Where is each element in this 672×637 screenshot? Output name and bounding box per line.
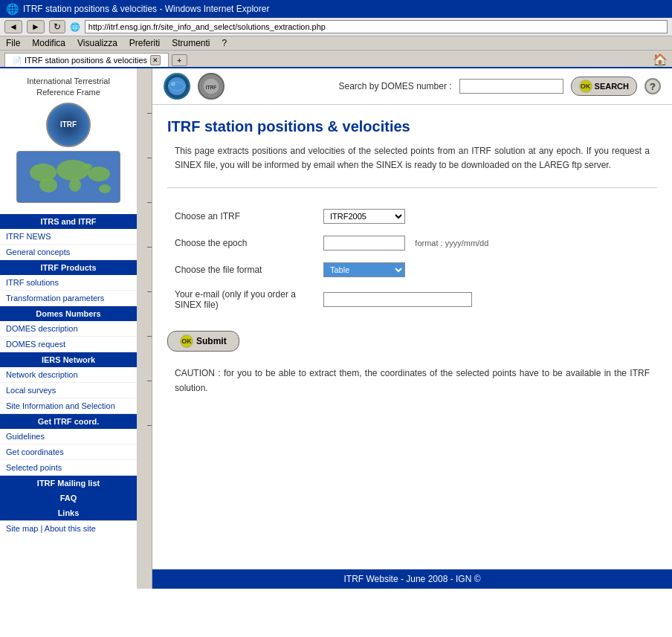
sidebar-item-domes-numbers[interactable]: Domes Numbers bbox=[0, 306, 137, 321]
sidebar-item-itrs-itrf[interactable]: ITRS and ITRF bbox=[0, 214, 137, 229]
svg-point-4 bbox=[69, 178, 81, 192]
itrf-logo-circle: ITRF bbox=[46, 103, 91, 147]
choose-itrf-field: ITRF2005 ITRF2000 ITRF97 ITRF96 ITRF94 bbox=[316, 203, 657, 230]
ruler-mark bbox=[147, 381, 152, 381]
svg-point-6 bbox=[99, 184, 111, 193]
ruler-mark bbox=[147, 336, 152, 337]
menu-bar: File Modifica Visualizza Preferiti Strum… bbox=[0, 36, 672, 51]
epoch-input[interactable] bbox=[323, 236, 405, 250]
email-field-cell bbox=[316, 283, 657, 316]
sidebar-item-mailing-list[interactable]: ITRF Mailing list bbox=[0, 476, 137, 491]
sidebar-label-selected-points: Selected points bbox=[6, 463, 62, 472]
address-label: 🌐 bbox=[70, 22, 80, 32]
sidebar-item-get-itrf-coord[interactable]: Get ITRF coord. bbox=[0, 414, 137, 429]
domes-search-input[interactable] bbox=[459, 79, 563, 94]
email-input[interactable] bbox=[323, 292, 472, 307]
about-link[interactable]: About this site bbox=[45, 524, 96, 533]
address-input[interactable] bbox=[85, 20, 668, 33]
content-area: ITRF Search by DOMES number : OK SEARCH … bbox=[138, 68, 672, 589]
title-bar: 🌐 ITRF station positions & velocities - … bbox=[0, 0, 672, 18]
ruler-mark bbox=[147, 113, 152, 114]
itrf-logo-text: ITRF bbox=[60, 120, 77, 129]
menu-visualizza[interactable]: Visualizza bbox=[77, 38, 117, 48]
ruler-mark bbox=[147, 158, 152, 158]
tab-favicon: 📄 bbox=[13, 56, 22, 65]
sidebar-item-itrf-news[interactable]: ITRF NEWS bbox=[0, 229, 137, 245]
sidebar-label-local-surveys: Local surveys bbox=[6, 386, 56, 395]
sidebar-label-domes-request: DOMES request bbox=[6, 340, 65, 349]
submit-area: OK Submit bbox=[167, 331, 657, 352]
search-button-label: SEARCH bbox=[595, 82, 629, 91]
svg-point-7 bbox=[83, 164, 92, 169]
sidebar-label-itrs-itrf: ITRS and ITRF bbox=[40, 217, 96, 226]
ign-logo bbox=[164, 73, 190, 100]
address-bar: ◄ ► ↻ 🌐 bbox=[0, 18, 672, 36]
sidebar-item-get-coordinates[interactable]: Get coordinates bbox=[0, 444, 137, 460]
sidebar-item-itrf-products[interactable]: ITRF Products bbox=[0, 260, 137, 275]
top-search-bar: ITRF Search by DOMES number : OK SEARCH … bbox=[152, 68, 672, 105]
sidebar-label-network-description: Network description bbox=[6, 370, 78, 379]
world-map-image bbox=[16, 151, 120, 203]
sidebar-item-itrf-solutions[interactable]: ITRF solutions bbox=[0, 275, 137, 291]
browser-tab[interactable]: 📄 ITRF station positions & velocities ✕ bbox=[4, 53, 169, 67]
sidebar-item-local-surveys[interactable]: Local surveys bbox=[0, 383, 137, 398]
menu-modifica[interactable]: Modifica bbox=[32, 38, 65, 48]
choose-epoch-row: Choose the epoch format : yyyy/mm/dd bbox=[167, 230, 657, 256]
sidebar-item-faq[interactable]: FAQ bbox=[0, 491, 137, 505]
menu-file[interactable]: File bbox=[6, 38, 20, 48]
window-title: ITRF station positions & velocities - Wi… bbox=[23, 4, 269, 14]
submit-button[interactable]: OK Submit bbox=[167, 331, 239, 352]
sidebar-label-domes-description: DOMES description bbox=[6, 324, 78, 333]
sidebar-label-domes-numbers: Domes Numbers bbox=[36, 309, 100, 318]
help-button[interactable]: ? bbox=[644, 78, 661, 94]
new-tab-button[interactable]: + bbox=[172, 54, 187, 66]
choose-epoch-field: format : yyyy/mm/dd bbox=[316, 230, 657, 256]
menu-strumenti[interactable]: Strumenti bbox=[172, 38, 210, 48]
choose-format-label: Choose the file format bbox=[167, 256, 316, 283]
tab-close-button[interactable]: ✕ bbox=[150, 55, 161, 65]
file-format-select[interactable]: Table SINEX bbox=[323, 262, 405, 277]
home-button[interactable]: 🏠 bbox=[653, 53, 668, 67]
page-description: This page extracts positions and velocit… bbox=[167, 144, 657, 172]
search-label: Search by DOMES number : bbox=[338, 81, 451, 91]
svg-point-9 bbox=[168, 77, 186, 95]
sidebar-label-guidelines: Guidelines bbox=[6, 432, 45, 441]
menu-help[interactable]: ? bbox=[222, 38, 227, 48]
sidebar-item-domes-description[interactable]: DOMES description bbox=[0, 321, 137, 337]
page-title: ITRF station positions & velocities bbox=[167, 118, 657, 135]
sidebar-item-site-info[interactable]: Site Information and Selection bbox=[0, 398, 137, 414]
main-content: ITRF station positions & velocities This… bbox=[152, 105, 672, 554]
sidebar-label-transformation-parameters: Transformation parameters bbox=[6, 294, 104, 303]
refresh-button[interactable]: ↻ bbox=[49, 20, 65, 33]
sidebar-item-domes-request[interactable]: DOMES request bbox=[0, 337, 137, 352]
back-button[interactable]: ◄ bbox=[4, 20, 22, 33]
logo-text-line1: International Terrestrial bbox=[7, 76, 129, 87]
email-row: Your e-mail (only if you order a SINEX f… bbox=[167, 283, 657, 316]
sidebar-item-iers-network[interactable]: IERS Network bbox=[0, 352, 137, 367]
sidebar-label-site-info: Site Information and Selection bbox=[6, 401, 115, 410]
itrf-logo-small: ITRF bbox=[198, 73, 224, 100]
svg-text:ITRF: ITRF bbox=[206, 85, 217, 90]
sidebar-item-links[interactable]: Links bbox=[0, 505, 137, 520]
menu-preferiti[interactable]: Preferiti bbox=[129, 38, 160, 48]
sidebar-label-get-coordinates: Get coordinates bbox=[6, 447, 64, 456]
site-map-link[interactable]: Site map bbox=[6, 524, 38, 533]
ie-icon: 🌐 bbox=[6, 3, 19, 15]
forward-button[interactable]: ► bbox=[27, 20, 45, 33]
ok-circle: OK bbox=[579, 80, 592, 93]
sidebar-item-network-description[interactable]: Network description bbox=[0, 367, 137, 383]
sidebar-label-iers-network: IERS Network bbox=[42, 355, 95, 364]
sidebar-item-guidelines[interactable]: Guidelines bbox=[0, 429, 137, 444]
sidebar-label-mailing-list: ITRF Mailing list bbox=[37, 479, 100, 488]
itrf-select[interactable]: ITRF2005 ITRF2000 ITRF97 ITRF96 ITRF94 bbox=[323, 209, 405, 224]
sidebar-item-general-concepts[interactable]: General concepts bbox=[0, 245, 137, 260]
sidebar-item-transformation-parameters[interactable]: Transformation parameters bbox=[0, 291, 137, 306]
ruler-mark bbox=[147, 291, 152, 292]
ruler-mark bbox=[147, 202, 152, 203]
logo-text-line2: Reference Frame bbox=[7, 87, 129, 98]
choose-format-row: Choose the file format Table SINEX bbox=[167, 256, 657, 283]
separator bbox=[167, 187, 657, 188]
sidebar-item-selected-points[interactable]: Selected points bbox=[0, 460, 137, 476]
caution-text: CAUTION : for you to be able to extract … bbox=[167, 366, 657, 395]
ok-search-button[interactable]: OK SEARCH bbox=[571, 77, 637, 96]
